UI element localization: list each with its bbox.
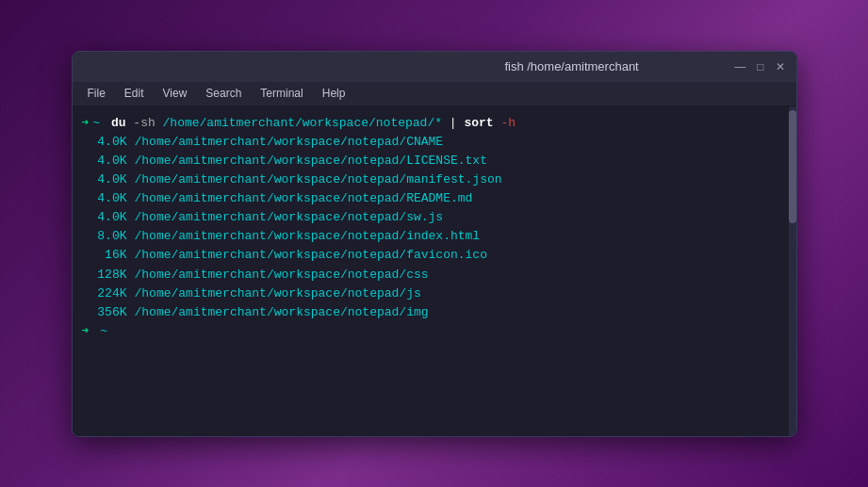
size-8: 128K	[82, 266, 127, 284]
cmd-sort-flag: -h	[494, 114, 516, 133]
output-line-2: 4.0K /home/amitmerchant/workspace/notepa…	[82, 152, 779, 170]
window-title: fish /home/amitmerchant	[409, 59, 734, 73]
scrollbar-thumb	[789, 110, 796, 223]
output-line-10: 356K /home/amitmerchant/workspace/notepa…	[82, 303, 779, 322]
cmd-du: du	[104, 114, 125, 133]
output-line-1: 4.0K /home/amitmerchant/workspace/notepa…	[82, 133, 779, 152]
titlebar: fish /home/amitmerchant — □ ✕	[73, 52, 796, 82]
output-line-5: 4.0K /home/amitmerchant/workspace/notepa…	[82, 208, 779, 227]
scrollbar[interactable]	[789, 106, 796, 436]
cmd-pipe: |	[442, 114, 464, 133]
menu-view[interactable]: View	[156, 85, 195, 102]
size-1: 4.0K	[82, 133, 127, 152]
titlebar-controls: — □ ✕	[734, 61, 784, 73]
size-10: 356K	[82, 303, 127, 322]
path-1: /home/amitmerchant/workspace/notepad/CNA…	[135, 133, 444, 152]
cmd-flag-sh: -sh	[126, 114, 163, 133]
terminal-body[interactable]: ➜ ~ du -sh /home/amitmerchant/workspace/…	[73, 106, 789, 436]
cmd-path-glob: /home/amitmerchant/workspace/notepad/*	[163, 114, 442, 133]
menu-search[interactable]: Search	[198, 85, 249, 102]
size-5: 4.0K	[82, 208, 127, 227]
path-8: /home/amitmerchant/workspace/notepad/css	[135, 266, 429, 284]
command-line: ➜ ~ du -sh /home/amitmerchant/workspace/…	[82, 114, 779, 133]
terminal-content-wrapper: ➜ ~ du -sh /home/amitmerchant/workspace/…	[73, 106, 796, 436]
size-6: 8.0K	[82, 227, 127, 246]
path-4: /home/amitmerchant/workspace/notepad/REA…	[135, 189, 473, 208]
path-7: /home/amitmerchant/workspace/notepad/fav…	[135, 246, 487, 265]
output-line-7: 16K /home/amitmerchant/workspace/notepad…	[82, 246, 779, 265]
size-3: 4.0K	[82, 170, 127, 189]
output-line-9: 224K /home/amitmerchant/workspace/notepa…	[82, 284, 779, 303]
path-10: /home/amitmerchant/workspace/notepad/img	[135, 303, 429, 322]
menubar: File Edit View Search Terminal Help	[73, 82, 796, 106]
path-2: /home/amitmerchant/workspace/notepad/LIC…	[135, 152, 487, 170]
output-line-3: 4.0K /home/amitmerchant/workspace/notepa…	[82, 170, 779, 189]
menu-edit[interactable]: Edit	[117, 85, 152, 102]
prompt-tilde: ~	[92, 114, 100, 133]
minimize-button[interactable]: —	[734, 61, 745, 73]
prompt-arrow: ➜	[82, 114, 90, 133]
close-button[interactable]: ✕	[776, 61, 785, 73]
next-prompt-arrow: ➜	[82, 322, 90, 341]
output-line-8: 128K /home/amitmerchant/workspace/notepa…	[82, 266, 779, 284]
maximize-button[interactable]: □	[757, 61, 763, 73]
output-line-4: 4.0K /home/amitmerchant/workspace/notepa…	[82, 189, 779, 208]
next-prompt: ➜ ~	[82, 322, 779, 341]
size-4: 4.0K	[82, 189, 127, 208]
cmd-sort: sort	[464, 114, 493, 133]
path-6: /home/amitmerchant/workspace/notepad/ind…	[135, 227, 481, 246]
size-2: 4.0K	[82, 152, 127, 170]
terminal-window: fish /home/amitmerchant — □ ✕ File Edit …	[72, 51, 797, 437]
menu-terminal[interactable]: Terminal	[253, 85, 310, 102]
output-line-6: 8.0K /home/amitmerchant/workspace/notepa…	[82, 227, 779, 246]
path-3: /home/amitmerchant/workspace/notepad/man…	[135, 170, 502, 189]
menu-file[interactable]: File	[80, 85, 113, 102]
size-9: 224K	[82, 284, 127, 303]
path-9: /home/amitmerchant/workspace/notepad/js	[135, 284, 421, 303]
menu-help[interactable]: Help	[315, 85, 353, 102]
next-prompt-tilde: ~	[92, 322, 107, 341]
size-7: 16K	[82, 246, 127, 265]
path-5: /home/amitmerchant/workspace/notepad/sw.…	[135, 208, 444, 227]
